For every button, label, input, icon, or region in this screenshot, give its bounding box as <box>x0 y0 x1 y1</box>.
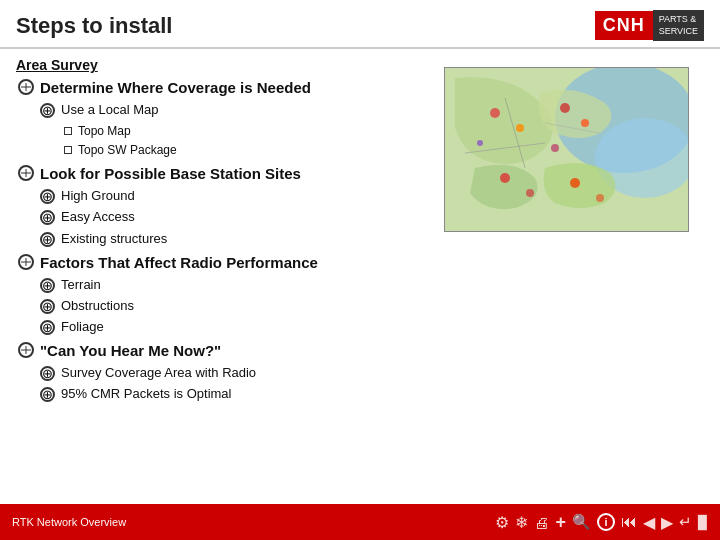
list-item: ⊕ 95% CMR Packets is Optimal <box>38 385 424 403</box>
list-item: ⊕ High Ground <box>38 187 424 205</box>
header: Steps to install CNH PARTS & SERVICE <box>0 0 720 49</box>
item-text: High Ground <box>61 187 135 205</box>
list-item: Topo SW Package <box>62 142 424 159</box>
item-text: Terrain <box>61 276 101 294</box>
list-item: ⊕ Terrain <box>38 276 424 294</box>
area-survey-heading: Area Survey <box>16 57 424 73</box>
item-text: Survey Coverage Area with Radio <box>61 364 256 382</box>
svg-point-12 <box>551 144 559 152</box>
square-icon <box>64 127 72 135</box>
item-text: Topo SW Package <box>78 142 177 159</box>
circle-arrow-icon: ⊕ <box>40 320 55 335</box>
item-text: Easy Access <box>61 208 135 226</box>
item-text: Topo Map <box>78 123 131 140</box>
globe-icon <box>18 342 34 358</box>
footer-icons: ⚙ ❄ 🖨 + 🔍 i ⏮ ◀ ▶ ↵ ▉ <box>495 512 708 533</box>
item-text: Obstructions <box>61 297 134 315</box>
main-content: Area Survey Determine Where Coverage is … <box>0 49 720 406</box>
list-item: Look for Possible Base Station Sites <box>16 163 424 184</box>
svg-point-4 <box>516 124 524 132</box>
footer-label: RTK Network Overview <box>12 516 126 528</box>
svg-point-3 <box>490 108 500 118</box>
item-text: Look for Possible Base Station Sites <box>40 163 301 184</box>
svg-point-5 <box>560 103 570 113</box>
circle-arrow-icon: ⊕ <box>40 366 55 381</box>
map-image <box>444 67 689 232</box>
list-item: Determine Where Coverage is Needed <box>16 77 424 98</box>
circle-arrow-icon: ⊕ <box>40 210 55 225</box>
list-item: ⊕ Easy Access <box>38 208 424 226</box>
globe-icon <box>18 79 34 95</box>
map-svg <box>445 68 689 232</box>
list-item: ⊕ Survey Coverage Area with Radio <box>38 364 424 382</box>
enter-icon[interactable]: ↵ <box>679 513 692 531</box>
svg-point-11 <box>477 140 483 146</box>
list-item: Topo Map <box>62 123 424 140</box>
globe-icon <box>18 254 34 270</box>
item-text: Existing structures <box>61 230 167 248</box>
list-item: ⊕ Foliage <box>38 318 424 336</box>
item-text: Determine Where Coverage is Needed <box>40 77 311 98</box>
svg-point-10 <box>596 194 604 202</box>
list-item: ⊕ Use a Local Map <box>38 101 424 119</box>
circle-arrow-icon: ⊕ <box>40 232 55 247</box>
plus-icon[interactable]: + <box>555 512 566 533</box>
snowflake-icon[interactable]: ❄ <box>515 513 528 532</box>
circle-arrow-icon: ⊕ <box>40 103 55 118</box>
circle-arrow-icon: ⊕ <box>40 299 55 314</box>
list-item: ⊕ Existing structures <box>38 230 424 248</box>
square-icon <box>64 146 72 154</box>
list-item: Factors That Affect Radio Performance <box>16 252 424 273</box>
left-column: Area Survey Determine Where Coverage is … <box>16 57 434 406</box>
footer-bar: RTK Network Overview ⚙ ❄ 🖨 + 🔍 i ⏮ ◀ ▶ ↵… <box>0 504 720 540</box>
skip-start-icon[interactable]: ⏮ <box>621 513 637 531</box>
gear-icon[interactable]: ⚙ <box>495 513 509 532</box>
page-title: Steps to install <box>16 13 172 39</box>
right-column <box>444 57 704 406</box>
svg-point-9 <box>570 178 580 188</box>
item-text: Foliage <box>61 318 104 336</box>
search-icon[interactable]: 🔍 <box>572 513 591 531</box>
circle-arrow-icon: ⊕ <box>40 189 55 204</box>
end-icon[interactable]: ▉ <box>698 515 708 530</box>
item-text: 95% CMR Packets is Optimal <box>61 385 232 403</box>
logo: CNH PARTS & SERVICE <box>595 10 704 41</box>
item-text: Factors That Affect Radio Performance <box>40 252 318 273</box>
print-icon[interactable]: 🖨 <box>534 514 549 531</box>
svg-point-7 <box>500 173 510 183</box>
logo-parts: PARTS & SERVICE <box>653 10 704 41</box>
next-icon[interactable]: ▶ <box>661 513 673 532</box>
logo-cnh: CNH <box>595 11 653 40</box>
list-item: ⊕ Obstructions <box>38 297 424 315</box>
svg-point-6 <box>581 119 589 127</box>
circle-arrow-icon: ⊕ <box>40 387 55 402</box>
list-item: "Can You Hear Me Now?" <box>16 340 424 361</box>
circle-arrow-icon: ⊕ <box>40 278 55 293</box>
prev-icon[interactable]: ◀ <box>643 513 655 532</box>
item-text: Use a Local Map <box>61 101 159 119</box>
svg-point-8 <box>526 189 534 197</box>
info-icon[interactable]: i <box>597 513 615 531</box>
globe-icon <box>18 165 34 181</box>
item-text: "Can You Hear Me Now?" <box>40 340 221 361</box>
